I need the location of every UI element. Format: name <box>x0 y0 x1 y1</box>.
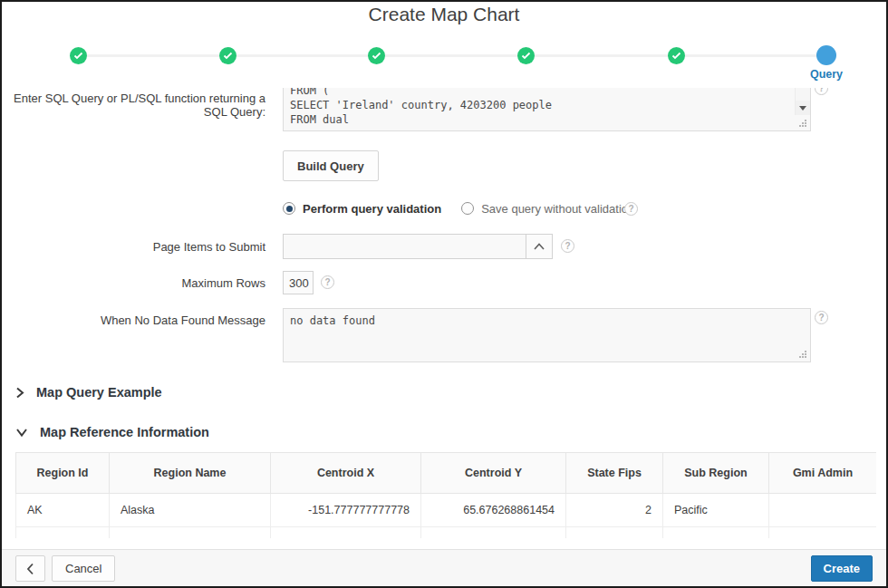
wizard-current-step-label: Query <box>795 68 858 81</box>
create-button[interactable]: Create <box>811 555 873 582</box>
save-without-validation-radio[interactable] <box>461 202 474 215</box>
table-cell: Pacific <box>663 494 769 527</box>
table-column-header: Region Id <box>16 453 110 494</box>
wizard-progress-line <box>79 54 826 57</box>
table-column-header: Centroid Y <box>421 453 566 494</box>
table-cell: AL <box>16 527 110 539</box>
wizard-step-complete-icon <box>517 47 535 64</box>
wizard-body: Enter SQL Query or PL/SQL function retur… <box>2 88 886 553</box>
wizard-step-complete-icon <box>219 47 236 64</box>
chevron-up-icon <box>534 243 545 250</box>
page-items-label: Page Items to Submit <box>2 240 274 254</box>
section-map-query-example[interactable]: Map Query Example <box>15 385 162 400</box>
perform-validation-label[interactable]: Perform query validation <box>303 202 441 216</box>
build-query-button[interactable]: Build Query <box>283 150 379 181</box>
wizard-step-complete-icon <box>668 47 685 64</box>
validation-radio-group: Perform query validation Save query with… <box>283 201 634 216</box>
scroll-down-arrow-icon[interactable] <box>796 101 810 115</box>
table-column-header: Gmi Admin <box>769 453 877 494</box>
section-map-reference-information[interactable]: Map Reference Information <box>15 425 209 439</box>
back-button[interactable] <box>15 555 45 582</box>
chevron-left-icon <box>26 563 34 575</box>
chevron-down-icon <box>15 428 28 438</box>
no-data-message-help-icon[interactable]: ? <box>815 311 828 324</box>
sql-query-scrollbar[interactable] <box>795 88 810 115</box>
table-cell: 32.6340188553498 <box>421 527 566 539</box>
table-row: ALAlabama-86.69342388897132.634018855349… <box>16 527 877 539</box>
max-rows-input[interactable]: 300 <box>283 271 314 294</box>
table-column-header: Region Name <box>110 453 271 494</box>
chevron-right-icon <box>15 386 24 400</box>
wizard-footer: Cancel Create <box>2 549 886 586</box>
table-cell: AK <box>16 494 110 527</box>
resize-grip-icon[interactable] <box>805 356 806 358</box>
sql-query-help-icon[interactable]: ? <box>815 88 828 95</box>
wizard-step-complete-icon <box>368 47 385 64</box>
table-row: AKAlaska-151.77777777777865.676268861454… <box>16 494 877 527</box>
table-cell: 1 <box>566 527 663 539</box>
max-rows-label: Maximum Rows <box>2 276 274 290</box>
sql-query-label: Enter SQL Query or PL/SQL function retur… <box>2 92 274 119</box>
table-cell: E S Cen <box>663 527 769 539</box>
wizard-current-step-dot <box>816 45 836 65</box>
resize-grip-icon[interactable] <box>805 125 806 127</box>
sql-query-textarea[interactable]: FROM ( SELECT 'Ireland' country, 4203200… <box>283 88 811 131</box>
map-reference-table: Region IdRegion NameCentroid XCentroid Y… <box>15 452 876 538</box>
save-without-validation-label[interactable]: Save query without validation <box>481 202 634 216</box>
cancel-button[interactable]: Cancel <box>52 555 115 582</box>
wizard-step-complete-icon <box>70 47 87 64</box>
create-map-chart-dialog: Create Map Chart Query Enter SQL Query o… <box>0 0 888 588</box>
table-cell <box>769 494 877 527</box>
table-cell: -86.693423888971 <box>271 527 421 539</box>
validation-help-icon[interactable]: ? <box>624 202 638 216</box>
table-cell: 2 <box>566 494 663 527</box>
table-cell: 65.676268861454 <box>421 494 566 527</box>
sql-query-text: FROM ( SELECT 'Ireland' country, 4203200… <box>284 88 794 130</box>
table-column-header: State Fips <box>566 453 663 494</box>
table-column-header: Sub Region <box>663 453 769 494</box>
page-items-popup-button[interactable] <box>526 235 552 258</box>
no-data-message-label: When No Data Found Message <box>2 313 274 327</box>
page-items-help-icon[interactable]: ? <box>561 239 574 253</box>
table-cell: Alaska <box>110 494 271 527</box>
page-items-input[interactable] <box>283 234 553 259</box>
no-data-message-textarea[interactable]: no data found <box>283 308 811 362</box>
page-title: Create Map Chart <box>2 4 886 25</box>
table-column-header: Centroid X <box>271 453 421 494</box>
perform-validation-radio[interactable] <box>283 202 295 215</box>
map-reference-table-region[interactable]: Region IdRegion NameCentroid XCentroid Y… <box>15 452 876 538</box>
table-cell: -151.777777777778 <box>271 494 421 527</box>
no-data-message-text: no data found <box>284 309 810 361</box>
table-header-row: Region IdRegion NameCentroid XCentroid Y… <box>16 453 877 494</box>
max-rows-help-icon[interactable]: ? <box>321 275 334 289</box>
table-cell <box>769 527 877 539</box>
table-cell: Alabama <box>110 527 271 539</box>
